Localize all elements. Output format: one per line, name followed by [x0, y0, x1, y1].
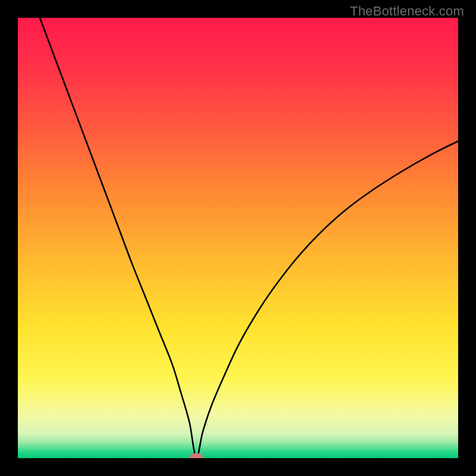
minimum-marker: [190, 453, 203, 458]
watermark-text: TheBottleneck.com: [350, 4, 464, 19]
plot-frame: [18, 18, 458, 458]
bottleneck-curve: [18, 18, 458, 458]
